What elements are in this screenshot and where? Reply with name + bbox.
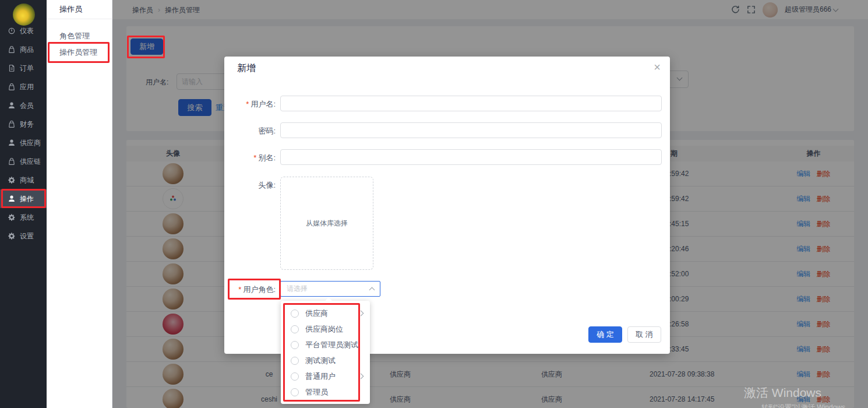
- sidebar-item-label: 财务: [20, 119, 34, 129]
- secondary-sidebar: 操作员 角色管理操作员管理: [47, 0, 112, 408]
- alias-field[interactable]: [280, 149, 662, 165]
- required-mark: *: [253, 153, 256, 162]
- document-icon: [8, 64, 16, 72]
- role-option-platform-admin-test[interactable]: 平台管理员测试: [281, 337, 370, 353]
- user-role-label: *用户角色:: [224, 284, 276, 295]
- required-mark: *: [238, 285, 241, 294]
- sidebar-item-goods[interactable]: 商品: [0, 40, 47, 59]
- username-label: *用户名:: [224, 99, 276, 110]
- chevron-right-icon: [358, 311, 364, 316]
- role-option-supplier-post[interactable]: 供应商岗位: [281, 321, 370, 337]
- role-option-label: 管理员: [305, 387, 363, 398]
- sidebar-item-label: 会员: [20, 101, 34, 111]
- person-icon: [8, 101, 16, 110]
- sidebar-item-label: 订单: [20, 64, 34, 73]
- sidebar-item-label: 操作: [20, 194, 34, 204]
- sidebar-item-label: 供应商: [20, 138, 41, 148]
- sidebar-item-label: 设置: [20, 231, 34, 241]
- radio-icon: [291, 372, 299, 381]
- radio-icon: [291, 309, 299, 318]
- cancel-button[interactable]: 取 消: [627, 326, 661, 343]
- gear-icon: [8, 176, 16, 184]
- radio-icon: [291, 341, 299, 349]
- sidebar-item-operations[interactable]: 操作: [0, 189, 47, 208]
- role-option-test-test[interactable]: 测试测试: [281, 353, 370, 368]
- screen: 仪表商品订单应用会员财务供应商供应链商城操作系统设置 操作员 角色管理操作员管理…: [0, 0, 868, 408]
- submenu-title: 操作员: [59, 4, 82, 15]
- avatar-media-picker[interactable]: 从媒体库选择: [280, 177, 373, 270]
- gear-icon: [8, 213, 16, 221]
- role-option-label: 普通用户: [305, 371, 359, 382]
- sidebar-item-label: 商城: [20, 175, 34, 185]
- sidebar-item-label: 系统: [20, 213, 34, 223]
- dropdown-options: 供应商供应商岗位平台管理员测试测试测试普通用户管理员: [281, 305, 370, 400]
- password-field[interactable]: [280, 122, 662, 138]
- sidebar-item-supply-chain[interactable]: 供应链: [0, 152, 47, 171]
- person-icon: [8, 139, 16, 147]
- required-mark: *: [246, 100, 249, 108]
- sidebar-item-settings[interactable]: 设置: [0, 227, 47, 245]
- radio-icon: [291, 388, 299, 396]
- role-option-supplier[interactable]: 供应商: [281, 305, 370, 321]
- sidebar-item-label: 应用: [20, 82, 34, 92]
- gear-icon: [8, 232, 16, 240]
- submenu-divider: [47, 19, 112, 19]
- modal-title: 新增: [237, 62, 256, 75]
- password-label: 密码:: [224, 126, 276, 136]
- username-field[interactable]: [280, 96, 662, 111]
- user-role-dropdown: 供应商供应商岗位平台管理员测试测试测试普通用户管理员: [281, 301, 370, 404]
- primary-sidebar: 仪表商品订单应用会员财务供应商供应链商城操作系统设置: [0, 0, 47, 408]
- submenu-item-role-management[interactable]: 角色管理: [59, 30, 90, 42]
- chevron-up-icon: [369, 287, 375, 293]
- sidebar-item-dashboard[interactable]: 仪表: [0, 22, 47, 40]
- chevron-right-icon: [358, 374, 364, 379]
- sidebar-item-suppliers[interactable]: 供应商: [0, 133, 47, 152]
- sidebar-item-mall[interactable]: 商城: [0, 171, 47, 189]
- sidebar-item-label: 仪表: [20, 26, 34, 36]
- sidebar-item-orders[interactable]: 订单: [0, 59, 47, 78]
- avatar-picker-label: 从媒体库选择: [306, 219, 348, 228]
- sidebar-item-apps[interactable]: 应用: [0, 78, 47, 96]
- alias-label: *别名:: [224, 153, 276, 163]
- role-option-normal-user[interactable]: 普通用户: [281, 368, 370, 384]
- close-icon[interactable]: ×: [654, 61, 661, 73]
- radio-icon: [291, 325, 299, 333]
- bag-icon: [8, 45, 16, 54]
- avatar-label: 头像:: [224, 180, 276, 191]
- sidebar-item-system[interactable]: 系统: [0, 208, 47, 227]
- role-option-label: 供应商: [305, 308, 359, 319]
- bag-icon: [8, 120, 16, 128]
- ok-button[interactable]: 确 定: [588, 326, 622, 343]
- sidebar-item-finance[interactable]: 财务: [0, 115, 47, 133]
- sidebar-item-label: 供应链: [20, 157, 41, 167]
- gauge-icon: [8, 27, 16, 35]
- radio-icon: [291, 357, 299, 365]
- role-select-placeholder: 请选择: [287, 284, 308, 294]
- sidebar-items: 仪表商品订单应用会员财务供应商供应链商城操作系统设置: [0, 22, 47, 245]
- role-option-admin[interactable]: 管理员: [281, 384, 370, 400]
- submenu-item-operator-management[interactable]: 操作员管理: [59, 47, 97, 58]
- sidebar-item-label: 商品: [20, 45, 34, 55]
- sidebar-item-members[interactable]: 会员: [0, 96, 47, 115]
- role-option-label: 测试测试: [305, 356, 363, 366]
- role-option-label: 供应商岗位: [305, 324, 363, 335]
- bag-icon: [8, 157, 16, 166]
- bag-icon: [8, 83, 16, 91]
- role-option-label: 平台管理员测试: [305, 340, 363, 350]
- user-role-select[interactable]: 请选择: [280, 281, 380, 297]
- person-icon: [8, 195, 16, 203]
